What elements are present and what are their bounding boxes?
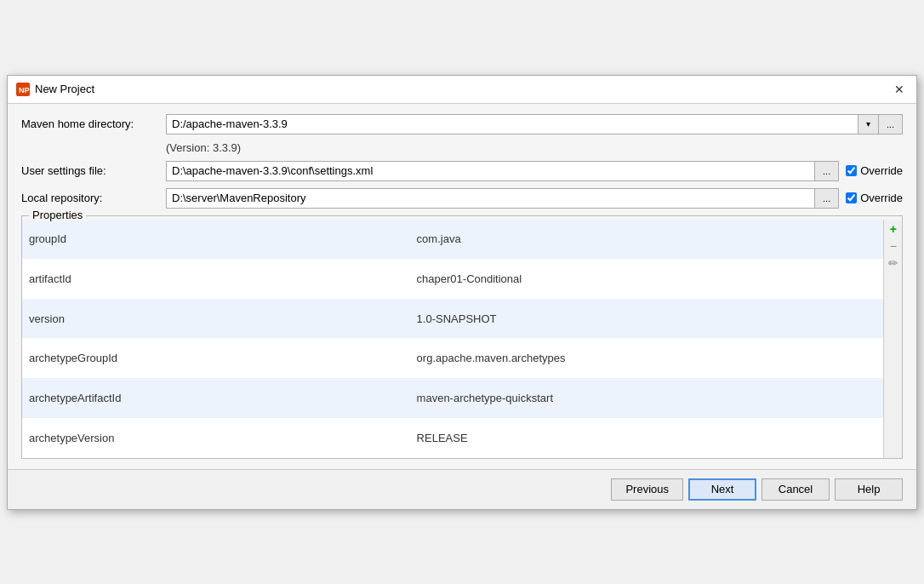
local-repo-browse[interactable]: ...: [815, 188, 839, 209]
maven-home-input[interactable]: [166, 114, 858, 135]
table-row[interactable]: archetypeVersionRELEASE: [22, 418, 883, 458]
edit-property-button[interactable]: ✏: [886, 255, 901, 271]
property-key: groupId: [22, 220, 410, 260]
properties-inner: groupIdcom.javaartifactIdchaper01-Condit…: [22, 220, 902, 458]
local-repo-label: Local repository:: [21, 192, 166, 204]
property-key: archetypeGroupId: [22, 338, 410, 378]
property-value: com.java: [410, 220, 884, 260]
title-bar: NP New Project ✕: [8, 76, 916, 104]
table-row[interactable]: archetypeGroupIdorg.apache.maven.archety…: [22, 338, 883, 378]
local-repo-input[interactable]: [166, 188, 815, 209]
local-repo-row: Local repository: ... Override: [21, 188, 903, 209]
user-settings-override-group: Override: [846, 164, 903, 177]
maven-home-dropdown[interactable]: ▾: [858, 114, 879, 135]
local-repo-input-group: ... Override: [166, 188, 903, 209]
property-value: RELEASE: [410, 418, 884, 458]
property-key: version: [22, 299, 410, 339]
table-row[interactable]: archetypeArtifactIdmaven-archetype-quick…: [22, 378, 883, 418]
local-repo-override-label: Override: [860, 192, 903, 204]
user-settings-input-group: ... Override: [166, 161, 903, 181]
property-key: archetypeArtifactId: [22, 378, 410, 418]
dialog-content: Maven home directory: ▾ ... (Version: 3.…: [8, 104, 916, 469]
version-hint: (Version: 3.3.9): [166, 141, 903, 154]
property-value: org.apache.maven.archetypes: [410, 338, 884, 378]
maven-home-input-group: ▾ ...: [166, 114, 903, 135]
property-value: maven-archetype-quickstart: [410, 378, 884, 418]
properties-sidebar: + − ✏: [883, 220, 902, 458]
user-settings-override-label: Override: [860, 164, 903, 177]
user-settings-label: User settings file:: [21, 164, 166, 177]
cancel-button[interactable]: Cancel: [761, 478, 830, 501]
user-settings-input[interactable]: [166, 161, 815, 181]
table-row[interactable]: artifactIdchaper01-Conditional: [22, 259, 883, 299]
svg-text:NP: NP: [19, 86, 30, 94]
help-button[interactable]: Help: [835, 478, 903, 501]
dialog-title: New Project: [35, 83, 94, 95]
new-project-dialog: NP New Project ✕ Maven home directory: ▾…: [7, 75, 917, 510]
local-repo-override-checkbox[interactable]: [846, 192, 857, 203]
add-property-button[interactable]: +: [886, 221, 901, 237]
app-icon: NP: [16, 83, 30, 96]
table-row[interactable]: version1.0-SNAPSHOT: [22, 299, 883, 339]
remove-property-button[interactable]: −: [886, 238, 901, 254]
properties-fieldset: Properties groupIdcom.javaartifactIdchap…: [21, 215, 903, 459]
maven-home-browse[interactable]: ...: [879, 114, 903, 135]
maven-home-row: Maven home directory: ▾ ...: [21, 114, 903, 135]
dialog-footer: Previous Next Cancel Help: [8, 469, 916, 509]
property-value: 1.0-SNAPSHOT: [410, 299, 884, 339]
local-repo-override-group: Override: [846, 192, 903, 204]
table-row[interactable]: groupIdcom.java: [22, 220, 883, 260]
user-settings-row: User settings file: ... Override: [21, 161, 903, 181]
properties-legend: Properties: [29, 209, 86, 221]
next-button[interactable]: Next: [688, 478, 756, 501]
user-settings-override-checkbox[interactable]: [846, 165, 857, 176]
maven-home-label: Maven home directory:: [21, 117, 166, 130]
property-value: chaper01-Conditional: [410, 259, 884, 299]
property-key: artifactId: [22, 259, 410, 299]
previous-button[interactable]: Previous: [611, 478, 683, 501]
properties-table: groupIdcom.javaartifactIdchaper01-Condit…: [22, 220, 883, 458]
property-key: archetypeVersion: [22, 418, 410, 458]
user-settings-browse[interactable]: ...: [815, 161, 839, 181]
close-button[interactable]: ✕: [891, 81, 908, 98]
title-bar-left: NP New Project: [16, 83, 94, 96]
